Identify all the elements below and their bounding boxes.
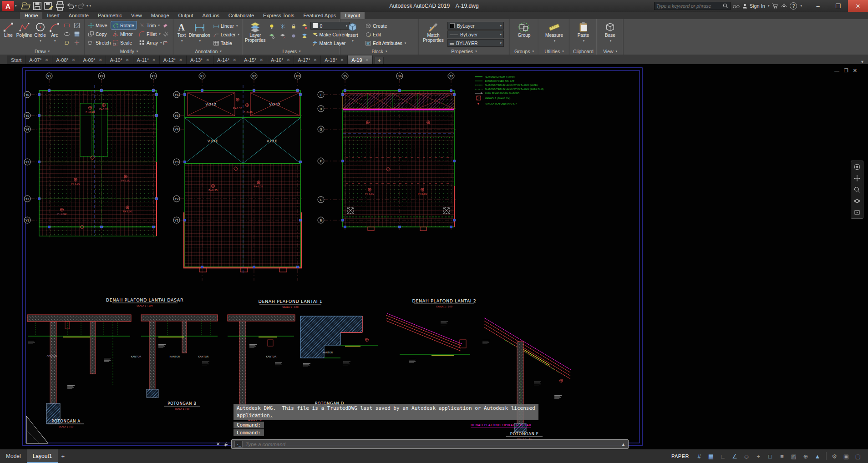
panel-label-layers[interactable]: Layers▾ (243, 48, 340, 55)
text-button[interactable]: A Text ▾ (176, 20, 188, 48)
command-expand-icon[interactable]: ▲ (621, 442, 625, 447)
binoculars-icon[interactable] (733, 3, 740, 9)
gradient-button[interactable] (72, 30, 81, 38)
undo-caret-icon[interactable]: ▾ (75, 4, 77, 8)
workspace-gear-icon[interactable]: ⚙ (829, 451, 840, 461)
leader-button[interactable]: Leader▾ (212, 30, 241, 38)
ribbon-tab-manage[interactable]: Manage (147, 12, 174, 19)
layer-walk-button[interactable] (300, 32, 309, 40)
layer-on-button[interactable] (267, 22, 276, 30)
measure-button[interactable]: Measure ▾ (543, 20, 565, 48)
object-snap-icon[interactable]: □ (765, 451, 776, 461)
polyline-button[interactable]: Polyline (16, 20, 32, 48)
file-tab-a14[interactable]: A-14*✕ (213, 55, 240, 64)
command-input-bar[interactable]: ›_ ▲ (231, 439, 629, 449)
layer-color-button[interactable] (300, 22, 309, 30)
pan-icon[interactable] (853, 175, 861, 182)
drawing-canvas[interactable]: X1 X2 X3 Y6 Y5 Y4 Y3 Y2 Y1 P+3.00 (0, 64, 868, 449)
tab-close-icon[interactable]: ✕ (152, 58, 156, 62)
ribbon-tab-output[interactable]: Output (174, 12, 198, 19)
edit-block-button[interactable]: Edit (364, 30, 407, 38)
tab-close-icon[interactable]: ✕ (260, 58, 264, 62)
file-tab-a18[interactable]: A-18*✕ (321, 55, 348, 64)
object-snap-tracking-icon[interactable]: + (753, 451, 764, 461)
qat-menu-caret-icon[interactable]: ▾ (90, 4, 91, 8)
doc-restore-icon[interactable]: ❐ (844, 68, 848, 74)
ribbon-tab-parametric[interactable]: Parametric (93, 12, 127, 19)
tab-close-icon[interactable]: ✕ (314, 58, 317, 62)
annotation-monitor-icon[interactable]: ▣ (841, 451, 852, 461)
text-caret-icon[interactable]: ▾ (181, 39, 183, 44)
explode-button[interactable] (161, 30, 170, 38)
scale-button[interactable]: Scale (111, 39, 137, 46)
edit-attributes-button[interactable]: Edit Attributes▾ (364, 39, 407, 47)
rotate-button[interactable]: Rotate (111, 21, 137, 29)
arc-caret-icon[interactable]: ▾ (54, 39, 56, 44)
model-tab[interactable]: Model (0, 449, 27, 463)
file-tab-a10[interactable]: A-10*✕ (106, 55, 133, 64)
fillet-button[interactable]: Fillet▾ (137, 30, 160, 38)
circle-button[interactable]: Circle ▾ (34, 20, 47, 48)
tab-close-icon[interactable]: ✕ (179, 58, 183, 62)
autocad-logo[interactable]: A (2, 1, 14, 11)
command-input[interactable] (245, 442, 619, 447)
app-store-cart-icon[interactable] (772, 3, 778, 9)
ribbon-tab-express-tools[interactable]: Express Tools (259, 12, 299, 19)
rectangle-button[interactable] (62, 21, 71, 29)
tab-close-icon[interactable]: ✕ (233, 58, 236, 62)
layer-freeze-button[interactable] (278, 22, 287, 30)
point-button[interactable] (72, 39, 81, 46)
command-customize-icon[interactable] (223, 441, 229, 448)
dimension-button[interactable]: Dimension ▾ (189, 20, 210, 48)
orbit-icon[interactable] (853, 197, 861, 205)
move-button[interactable]: Move (86, 21, 110, 29)
tab-close-icon[interactable]: ✕ (206, 58, 209, 62)
help-caret-icon[interactable]: ▾ (800, 4, 802, 8)
file-tab-start[interactable]: Start (7, 55, 25, 64)
layer-isolate-button[interactable] (267, 32, 276, 40)
tab-close-icon[interactable]: ✕ (365, 58, 369, 62)
panel-label-annotation[interactable]: Annotation▾ (174, 48, 243, 55)
ribbon-tab-home[interactable]: Home (20, 12, 42, 19)
close-button[interactable]: ✕ (848, 0, 868, 12)
search-input[interactable] (656, 3, 721, 9)
autodesk-exchange-icon[interactable] (781, 3, 787, 9)
panel-label-draw[interactable]: Draw▾ (0, 48, 84, 55)
zoom-icon[interactable] (853, 186, 861, 193)
save-button[interactable] (32, 1, 43, 11)
panel-label-block[interactable]: Block▾ (340, 48, 418, 55)
search-icon[interactable] (723, 3, 728, 9)
layer-properties-button[interactable]: Layer Properties (245, 20, 266, 48)
file-tab-a07[interactable]: A-07*✕ (25, 55, 52, 64)
dimension-caret-icon[interactable]: ▾ (199, 39, 201, 44)
file-tab-a11[interactable]: A-11*✕ (133, 55, 160, 64)
transparency-icon[interactable]: ▨ (788, 451, 799, 461)
redo-caret-icon[interactable]: ▾ (86, 4, 88, 8)
clean-screen-icon[interactable]: ▢ (853, 451, 863, 461)
minimize-button[interactable]: – (808, 0, 828, 12)
boundary-button[interactable] (62, 39, 71, 46)
measure-caret-icon[interactable]: ▾ (554, 39, 556, 44)
snap-icon[interactable]: ▦ (706, 451, 716, 461)
stretch-button[interactable]: Stretch (86, 39, 110, 46)
command-close-icon[interactable]: ✕ (215, 441, 221, 448)
ribbon-tab-annotate[interactable]: Annotate (64, 12, 93, 19)
trim-button[interactable]: Trim▾ (137, 21, 160, 29)
layer-off-button[interactable] (289, 32, 298, 40)
file-tab-a19[interactable]: A-19✕ (348, 55, 373, 64)
panel-label-view[interactable]: View▾ (597, 48, 623, 55)
line-button[interactable]: Line (2, 20, 15, 48)
arc-button[interactable]: Arc ▾ (48, 20, 61, 48)
tab-overflow-menu-icon[interactable]: ▼ (860, 60, 864, 64)
panel-label-modify[interactable]: Modify▾ (85, 48, 173, 55)
panel-label-properties[interactable]: Properties▾ (419, 48, 509, 55)
polar-tracking-icon[interactable]: ∠ (729, 451, 740, 461)
plot-button[interactable] (55, 1, 66, 11)
paste-caret-icon[interactable]: ▾ (583, 39, 585, 44)
circle-caret-icon[interactable]: ▾ (40, 39, 41, 44)
paper-space-indicator[interactable]: PAPER (671, 453, 689, 459)
open-button[interactable] (20, 1, 31, 11)
layout-sheet[interactable]: X1 X2 X3 Y6 Y5 Y4 Y3 Y2 Y1 P+3.00 (22, 67, 643, 447)
redo-button[interactable]: ▾ (77, 1, 88, 11)
erase-button[interactable] (161, 21, 170, 29)
